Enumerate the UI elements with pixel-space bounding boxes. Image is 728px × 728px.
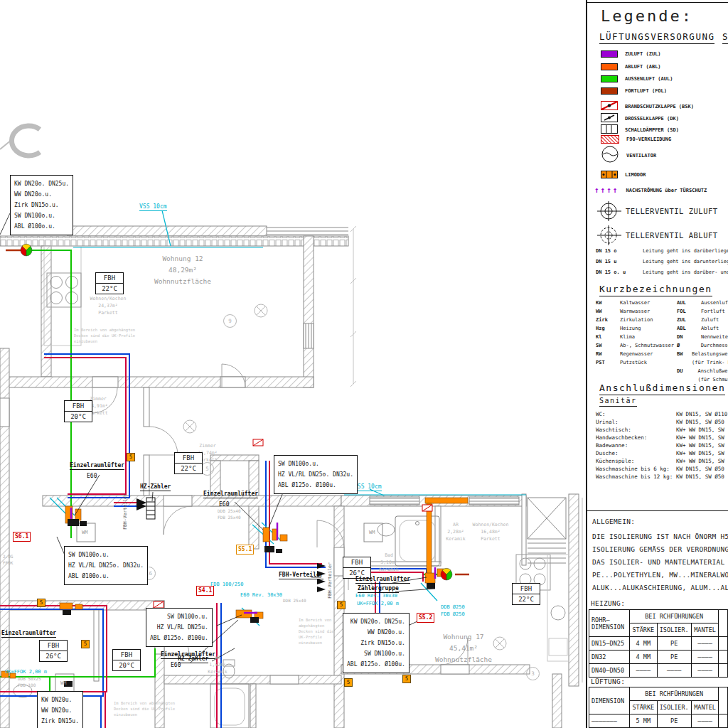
legend-panel-top-border — [586, 2, 728, 3]
vss-label: VSS 10cm — [139, 203, 167, 211]
allgemein-line: ISOLIERUNG GEMÄSS DER VERORDNUNG — [592, 545, 728, 553]
pipe-note-box-right: KW DN20o. DN25u. WW DN20o.u. Zirk DN15o.… — [343, 613, 410, 673]
pipe-note-box-bottom-center: SW DN100o.u. HZ VL/RL DN25u. ABL Ø125o. … — [146, 608, 213, 647]
dn-note: DN 15 uLeitung geht ins darunterliegende… — [596, 259, 728, 264]
position-marker: 5 — [402, 675, 411, 683]
washing-machine-label: WM — [82, 530, 87, 535]
allgemein-line: DAS ISOLIER- UND MANTELMATERIAL W — [592, 558, 728, 566]
uk-ffok-label: UK=FFOK 2,00 m — [357, 601, 399, 606]
einzelraumluefter-label: Einzelraumlüfter — [70, 462, 124, 470]
anschlussdimensionen-title: Anschlußdimensionen — [599, 382, 725, 395]
legend-nachstroemung: ↑↑↑↑ NACHSTRÖMUNG über TÜRSCHUTZ — [594, 186, 707, 195]
legend-title: Legende: — [601, 7, 693, 25]
dimension-line — [350, 226, 356, 387]
sanitaer-row: Waschmaschine bis 6 kg:KW DN15, SW Ø50 — [596, 466, 724, 472]
door-number: 9 — [223, 314, 237, 328]
floor-plan-drawing — [0, 0, 584, 728]
fdb-gray-label: FDB 25x40 — [218, 514, 241, 520]
vss-label: VSS 10cm — [354, 483, 382, 491]
section-marker-s51: S5.1 — [236, 545, 254, 555]
lueftung-table: DIMENSION BEI RCHFÜHRUNGEN STÄRKEISOLIER… — [589, 687, 728, 728]
legend-item-limodor: LIMODOR — [601, 168, 646, 181]
legend-item-fortluft: FORTLUFT (FOL) — [601, 87, 667, 95]
stair-elevator — [528, 498, 566, 563]
installer-note: Im Bereich von abgehängtenDecken sind di… — [299, 617, 341, 646]
einzelraumluefter-label: Einzelraumlüfter — [355, 576, 410, 584]
room-label: AR2,28m²Keramik — [445, 521, 466, 542]
position-marker: 5 — [81, 640, 90, 648]
fbh-verteiler-vertical-label: FBH-Verteiler — [122, 493, 128, 530]
cad-drawing-canvas: KW DN20o. DN25u. WW DN20o.u. Zirk DN15o.… — [0, 0, 728, 728]
kurz-right-column: AULAussenluft FOLFortluft ZULZuluft ABLA… — [677, 299, 728, 384]
ddb-gray-label: DDB 50x25 — [18, 675, 41, 682]
f90-verkleidung-icon — [601, 135, 619, 144]
pipe-note-box-left-mid: SW DN100o.u. HZ VL/RL DN25o. DN32u. ABL … — [64, 546, 148, 585]
uk-ffok-label: UK=FFOK 2,00 m — [5, 669, 47, 675]
allgemein-title: ALLGEMEIN: — [592, 518, 635, 525]
installer-note: Im Bereich von abgehängtenDecken sind di… — [74, 327, 138, 344]
allgemein-line: DIE ISOLIERUNG IST NACH ÖNORM H51 — [592, 532, 728, 540]
position-marker: 5 — [344, 678, 353, 687]
heizung-table: ROHR—DIMENSION BEI RCHFÜHRUNGEN STÄRKEIS… — [589, 609, 728, 678]
fbh-verteiler-label: FBH-Verteiler — [279, 572, 323, 579]
sanitaer-row: Dusche:KW+ WW DN15, SW — [596, 450, 724, 456]
fbh-box-6: FBH20°C — [112, 649, 141, 671]
sanitaer-row: Waschtisch:KW+ WW DN15, SW — [596, 427, 724, 433]
pipe-note-box-center: SW DN100o.u. HZ VL/RL DN25o. DN32u. ABL … — [274, 455, 358, 494]
allgemein-line: ALUK...ALUKASCHIERUNG, ALUM...ALUGLA — [592, 584, 728, 592]
fortluft-swatch — [601, 87, 618, 95]
pipe-note-box-bottom-left: KW DN20u. WW DN20u. Zirk DN15u. SW DN100… — [37, 691, 83, 728]
legend-item-zuluft: ZULUFT (ZUL) — [601, 50, 661, 58]
ddb-gray-label: DDB 25x40 — [283, 597, 306, 604]
einzelraumluefter-label: Einzelraumlüfter — [161, 651, 215, 659]
floor-level-label: FFOK — [3, 560, 13, 566]
hz-zaehler-label: HZ-Zähler — [140, 483, 171, 491]
kurzbezeichnungen-title: Kurzbezeichnungen — [599, 284, 712, 296]
section-marker-s41: S4.1 — [196, 586, 214, 596]
dn-note: DN 15 o. uLeitung geht ins darüber- und … — [596, 269, 728, 275]
sanitaer-row: Küchenspüle:KW+ WW DN15, SW — [596, 458, 724, 464]
legend-panel-divider — [586, 510, 728, 511]
room-label: Bad5,10m²Keramik — [373, 552, 405, 573]
ddb-gray-label: DDB 25x40 — [218, 508, 241, 514]
apartment-label-w17: Wohnung 17 45,41m² Wohnnutzfläche — [421, 631, 506, 665]
heizung-table-title: HEIZUNG: — [591, 599, 625, 607]
ventilator-icon — [601, 145, 619, 166]
kurz-left-column: KWKaltwasser WWWarmwasser ZirkZirkulatio… — [596, 299, 674, 367]
allgemein-line: PE...POLYETHYLEN, MW...MINERALWOLLE, — [592, 571, 728, 579]
sanitaer-row: Badewanne:KW+ WW DN15, SW — [596, 442, 724, 449]
cropped-title-glyph — [0, 126, 40, 156]
fbh-box-5: FBH26°C — [39, 640, 68, 662]
apartment-label-w12: Wohnung 12 48,29m² Wohnnutzfläche — [136, 253, 229, 287]
abluft-swatch — [601, 63, 618, 70]
einzelraumluefter-label: Einzelraumlüfter — [203, 491, 258, 498]
sanitaer-row: WC:KW DN15, SW Ø110 — [596, 411, 727, 417]
section-marker-s52: S5.2 — [417, 613, 434, 623]
legend-section-lueftung: LÜFTUNGSVERSORGUNG — [599, 31, 714, 44]
section-marker-s61: S6.1 — [13, 532, 31, 542]
dn-note: DN 15 oLeitung geht ins darüberliegende … — [596, 248, 728, 254]
door-number: 3 — [526, 667, 540, 680]
lueftung-table-title: LÜFTUNG: — [591, 678, 625, 685]
legend-item-ventilator: VENTILATOR — [601, 145, 656, 166]
sanitaer-row: Waschmaschine bis 12 kg:KW DN15, SW Ø50 — [596, 473, 724, 480]
fbh-box-7: FBH22°C — [512, 583, 540, 605]
floor-level-label: 2.OG — [3, 553, 13, 560]
zuluft-swatch — [601, 50, 618, 58]
position-marker: 5 — [127, 453, 135, 461]
fbh-box-2: FBH20°C — [64, 400, 92, 422]
pipe-note-box-top-left: KW DN20o. DN25u. WW DN20o.u. Zirk DN15o.… — [10, 175, 73, 235]
washing-machine-label: WM — [369, 530, 375, 535]
tellerventil-zuluft-icon — [597, 200, 621, 225]
room-label: Wohnen/Kochen24,37m²Parkett — [80, 295, 136, 316]
zaehlergruppe-label: Zählergruppe — [358, 585, 399, 593]
e60-label: E60 — [171, 662, 181, 668]
legend-panel-border — [586, 0, 587, 728]
tellerventil-abluft-label: TELLERVENTIL ABLUFT — [626, 231, 718, 240]
e60-rev-label: E60 Rev. 30x30 — [355, 593, 397, 599]
limodor-icon — [601, 168, 618, 181]
installer-note: Im Bereich von abgehängtenDecken sind di… — [114, 700, 178, 717]
legend-item-aussenluft: AUSSENLUFT (AUL) — [601, 75, 673, 82]
airflow-arrows-icon: ↑↑↑↑ — [594, 186, 619, 195]
fbh-box-3: FBH22°C — [174, 452, 203, 474]
